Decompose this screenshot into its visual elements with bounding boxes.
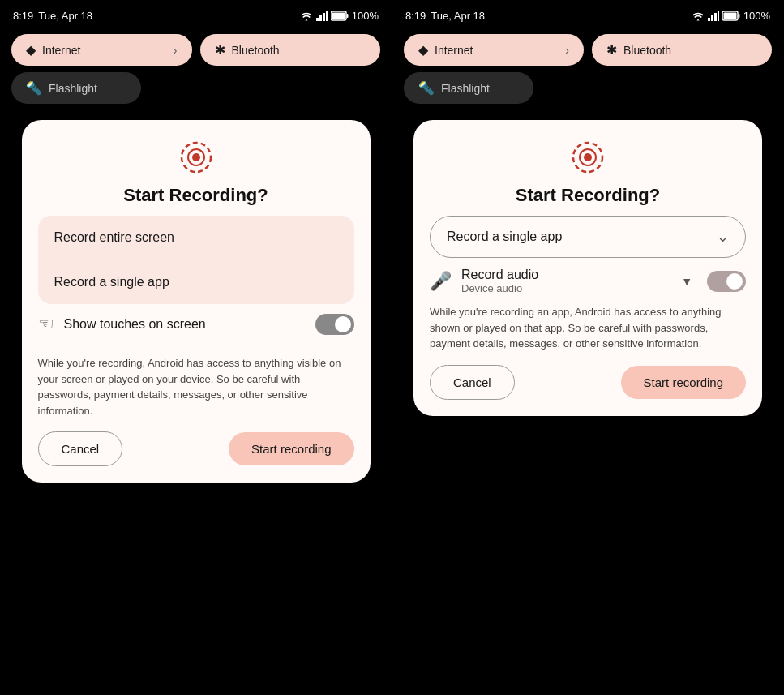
flashlight-tile-left[interactable]: 🔦 Flashlight — [11, 72, 141, 104]
svg-rect-16 — [738, 14, 739, 18]
svg-rect-12 — [714, 13, 717, 21]
record-audio-row-right: 🎤 Record audio Device audio ▼ — [430, 268, 746, 294]
dialog-title-left: Start Recording? — [123, 185, 268, 206]
battery-icon-right — [722, 11, 740, 21]
time-right: 8:19 — [405, 10, 426, 22]
record-single-app-option[interactable]: Record a single app — [38, 260, 354, 304]
svg-point-19 — [584, 153, 592, 161]
svg-rect-15 — [723, 12, 736, 19]
status-icons-left: 100% — [300, 10, 379, 22]
wifi-icon-left — [300, 11, 313, 21]
internet-arrow-right: › — [565, 44, 569, 57]
audio-dropdown-arrow-right[interactable]: ▼ — [681, 275, 692, 288]
dialog-title-right: Start Recording? — [516, 185, 660, 206]
bluetooth-tile-left[interactable]: ✱ Bluetooth — [200, 34, 381, 66]
privacy-text-left: While you're recording, Android has acce… — [38, 355, 354, 418]
date-right: Tue, Apr 18 — [431, 10, 485, 22]
svg-rect-10 — [708, 18, 710, 21]
record-options-left[interactable]: Record entire screen Record a single app — [38, 216, 354, 304]
bluetooth-tile-icon-left: ✱ — [215, 42, 225, 58]
start-recording-dialog-left: Start Recording? Record entire screen Re… — [22, 120, 371, 483]
bluetooth-label-left: Bluetooth — [232, 44, 280, 57]
record-icon-left — [178, 139, 214, 175]
svg-point-9 — [192, 153, 200, 161]
toggle-knob-left — [335, 316, 351, 332]
dialog-overlay-right: Start Recording? Record a single app ⌄ 🎤… — [392, 112, 783, 695]
battery-icon-left — [331, 11, 349, 21]
record-audio-label-right: Record audio — [461, 268, 671, 282]
internet-arrow-left: › — [174, 44, 178, 57]
bluetooth-label-right: Bluetooth — [623, 44, 671, 57]
privacy-text-right: While you're recording an app, Android h… — [430, 304, 746, 352]
bluetooth-tile-icon-right: ✱ — [606, 42, 617, 58]
start-recording-button-left[interactable]: Start recording — [229, 432, 353, 465]
microphone-icon-right: 🎤 — [430, 271, 452, 292]
wifi-tile-icon-left: ◆ — [26, 42, 36, 58]
flashlight-tile-right[interactable]: 🔦 Flashlight — [404, 72, 533, 104]
bluetooth-tile-right[interactable]: ✱ Bluetooth — [592, 34, 772, 66]
svg-rect-1 — [319, 15, 322, 21]
battery-pct-left: 100% — [352, 10, 379, 22]
record-audio-sub-right: Device audio — [461, 282, 671, 294]
svg-rect-5 — [332, 12, 345, 19]
panel-right: 8:19 Tue, Apr 18 100% — [392, 0, 783, 695]
record-audio-toggle-right[interactable] — [707, 271, 746, 292]
svg-rect-6 — [346, 14, 348, 18]
dialog-buttons-right: Cancel Start recording — [430, 362, 746, 400]
record-entire-screen-option[interactable]: Record entire screen — [38, 216, 354, 260]
touches-label-left: Show touches on screen — [64, 317, 306, 332]
signal-icon-right — [708, 11, 719, 21]
cancel-button-right[interactable]: Cancel — [430, 365, 515, 400]
quick-tiles-right: ◆ Internet › ✱ Bluetooth — [392, 29, 783, 72]
wifi-icon-right — [692, 11, 705, 21]
dialog-overlay-left: Start Recording? Record entire screen Re… — [0, 112, 392, 695]
internet-label-right: Internet — [435, 44, 473, 57]
flashlight-icon-left: 🔦 — [26, 80, 42, 96]
svg-rect-3 — [326, 11, 328, 21]
start-recording-dialog-right: Start Recording? Record a single app ⌄ 🎤… — [413, 120, 762, 416]
svg-rect-2 — [323, 13, 325, 21]
flashlight-row-left: 🔦 Flashlight — [0, 72, 392, 112]
dropdown-selected-value-right: Record a single app — [447, 230, 562, 244]
time-left: 8:19 — [13, 10, 33, 22]
svg-rect-13 — [718, 11, 719, 21]
battery-pct-right: 100% — [743, 10, 770, 22]
record-svg-left — [180, 141, 212, 174]
flashlight-label-right: Flashlight — [441, 82, 490, 95]
signal-icon-left — [316, 11, 328, 21]
audio-toggle-knob-right — [726, 273, 743, 290]
record-audio-labels-right: Record audio Device audio — [461, 268, 671, 294]
touches-toggle-left[interactable] — [315, 314, 354, 335]
dialog-buttons-left: Cancel Start recording — [38, 428, 354, 466]
status-bar-right: 8:19 Tue, Apr 18 100% — [392, 0, 783, 29]
date-left: Tue, Apr 18 — [38, 10, 92, 22]
quick-tiles-left: ◆ Internet › ✱ Bluetooth — [0, 29, 392, 72]
touches-icon-left: ☜ — [38, 314, 54, 335]
svg-rect-0 — [316, 18, 319, 21]
recording-mode-dropdown-right[interactable]: Record a single app ⌄ — [430, 216, 746, 258]
divider-left — [38, 345, 354, 345]
svg-rect-11 — [711, 15, 713, 21]
cancel-button-left[interactable]: Cancel — [38, 431, 123, 466]
record-svg-right — [572, 141, 604, 174]
internet-tile-left[interactable]: ◆ Internet › — [11, 34, 192, 66]
dropdown-arrow-right: ⌄ — [717, 228, 729, 246]
status-bar-left: 8:19 Tue, Apr 18 100% — [0, 0, 392, 29]
internet-tile-right[interactable]: ◆ Internet › — [404, 34, 584, 66]
touches-row-left: ☜ Show touches on screen — [38, 314, 354, 335]
wifi-tile-icon-right: ◆ — [418, 42, 428, 58]
flashlight-row-right: 🔦 Flashlight — [392, 72, 783, 112]
record-icon-right — [570, 139, 606, 175]
start-recording-button-right[interactable]: Start recording — [621, 366, 746, 399]
panel-left: 8:19 Tue, Apr 18 100% — [0, 0, 392, 695]
flashlight-icon-right: 🔦 — [418, 80, 435, 96]
status-icons-right: 100% — [692, 10, 770, 22]
flashlight-label-left: Flashlight — [49, 82, 97, 95]
internet-label-left: Internet — [42, 44, 80, 57]
